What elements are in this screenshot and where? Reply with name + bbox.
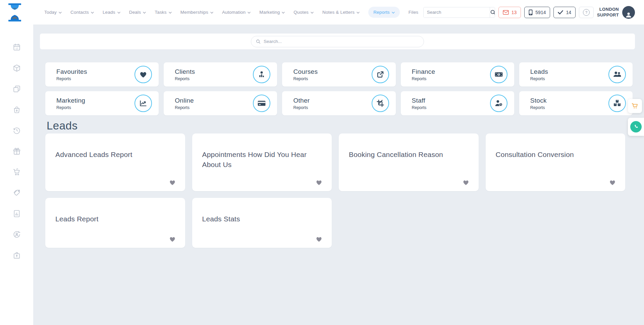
- crop-icon: [372, 95, 389, 112]
- chevron-down-icon: [117, 12, 120, 14]
- nav-label: Files: [409, 10, 419, 15]
- report-card-title: Appointments How Did You Hear About Us: [202, 150, 312, 170]
- box-icon: [12, 64, 21, 72]
- category-tile-favourites[interactable]: Favourites Reports: [45, 62, 159, 87]
- nav-item-contacts[interactable]: Contacts: [70, 10, 94, 15]
- report-card-leads-report[interactable]: Leads Report: [45, 198, 185, 248]
- chevron-down-icon: [91, 12, 94, 14]
- report-document-icon: [12, 209, 21, 218]
- nav-item-files[interactable]: Files: [409, 10, 419, 15]
- nav-label: Quotes: [293, 10, 309, 15]
- whatsapp-chat-button[interactable]: [628, 118, 644, 136]
- category-tile-courses[interactable]: Courses Reports: [282, 62, 395, 87]
- avatar[interactable]: [622, 6, 635, 19]
- icon-sidebar: 12: [0, 24, 33, 325]
- category-tile-staff[interactable]: Staff Reports: [401, 91, 514, 115]
- category-tile-online[interactable]: Online Reports: [164, 91, 277, 115]
- app-logo-hourglass-icon[interactable]: [7, 3, 22, 22]
- messages-count: 13: [512, 10, 517, 15]
- favourite-heart-icon[interactable]: [169, 179, 176, 186]
- sidebar-item-calendar[interactable]: 12: [12, 43, 21, 52]
- shopping-cart-icon: [12, 168, 21, 176]
- price-tags-icon: [12, 188, 21, 197]
- user-icon: [625, 11, 633, 19]
- mobile-phone-icon: [529, 9, 533, 15]
- nav-label: Reports: [373, 10, 390, 15]
- report-card-booking-cancellation-reason[interactable]: Booking Cancellation Reason: [339, 133, 479, 191]
- report-card-leads-stats[interactable]: Leads Stats: [192, 198, 332, 248]
- nav-item-memberships[interactable]: Memberships: [180, 10, 213, 15]
- locked-case-icon: [12, 251, 21, 260]
- nav-item-marketing[interactable]: Marketing: [259, 10, 285, 15]
- nav-label: Memberships: [180, 10, 208, 15]
- nav-item-automation[interactable]: Automation: [222, 10, 251, 15]
- history-clock-icon: [12, 126, 21, 135]
- section-title: Leads: [47, 119, 77, 132]
- report-card-title: Leads Report: [55, 214, 165, 224]
- favourite-heart-icon[interactable]: [316, 179, 322, 186]
- sidebar-item-cart[interactable]: [12, 168, 21, 176]
- tasks-badge[interactable]: 14: [553, 7, 576, 18]
- category-tile-stock[interactable]: Stock Reports: [519, 91, 633, 115]
- chart-line-up-icon: [135, 95, 152, 112]
- report-card-consultation-conversion[interactable]: Consultation Conversion: [486, 133, 626, 191]
- calendar-icon: 12: [12, 43, 21, 52]
- favourite-heart-icon[interactable]: [169, 236, 176, 242]
- users-icon: [608, 66, 626, 83]
- chevron-down-icon: [210, 12, 213, 14]
- nav-item-quotes[interactable]: Quotes: [293, 10, 314, 15]
- svg-text:$: $: [498, 73, 499, 76]
- report-card-appointments-how-did-you-hear[interactable]: Appointments How Did You Hear About Us: [192, 133, 332, 191]
- chevron-down-icon: [282, 12, 285, 14]
- favourite-heart-icon[interactable]: [609, 179, 616, 186]
- category-tile-other[interactable]: Other Reports: [282, 91, 395, 115]
- sidebar-item-locker[interactable]: [12, 251, 21, 260]
- nav-label: Contacts: [70, 10, 89, 15]
- category-tile-clients[interactable]: Clients Reports: [164, 62, 277, 87]
- help-button[interactable]: ?: [579, 7, 594, 18]
- nav-label: Deals: [129, 10, 141, 15]
- question-mark-icon: ?: [583, 9, 590, 16]
- nav-item-notes-letters[interactable]: Notes & Letters: [322, 10, 360, 15]
- nav-label: Automation: [222, 10, 246, 15]
- nav-item-deals[interactable]: Deals: [129, 10, 146, 15]
- search-submit-button[interactable]: [490, 7, 495, 17]
- envelope-icon: [503, 10, 509, 15]
- calls-badge[interactable]: 5914: [524, 7, 550, 18]
- report-card-title: Leads Stats: [202, 214, 312, 224]
- sidebar-item-bag[interactable]: [12, 105, 21, 114]
- sidebar-item-tags[interactable]: [12, 188, 21, 197]
- nav-item-reports-active[interactable]: Reports: [368, 7, 400, 18]
- favourite-heart-icon[interactable]: [316, 236, 322, 242]
- main-menu: Today Contacts Leads Deals Tasks Members…: [44, 7, 418, 18]
- chevron-down-icon: [392, 12, 395, 14]
- search-icon: [490, 9, 495, 15]
- messages-badge[interactable]: 13: [498, 7, 521, 18]
- category-tile-leads[interactable]: Leads Reports: [519, 62, 633, 87]
- nav-label: Leads: [103, 10, 115, 15]
- sidebar-item-account[interactable]: [12, 230, 21, 239]
- topbar-search-input[interactable]: [424, 7, 490, 17]
- sidebar-item-products[interactable]: [12, 64, 21, 72]
- nav-label: Notes & Letters: [322, 10, 355, 15]
- nav-item-today[interactable]: Today: [44, 10, 62, 15]
- report-card-advanced-leads-report[interactable]: Advanced Leads Report: [45, 133, 185, 191]
- cart-widget-button[interactable]: [628, 99, 642, 113]
- category-tile-finance[interactable]: Finance Reports $: [401, 62, 514, 87]
- category-tile-marketing[interactable]: Marketing Reports: [45, 91, 159, 115]
- reports-search: [251, 36, 424, 47]
- copy-icon: [12, 85, 21, 93]
- sidebar-item-reports[interactable]: [12, 209, 21, 218]
- user-name-line2: SUPPORT: [597, 12, 619, 18]
- sidebar-item-gift[interactable]: [12, 147, 21, 156]
- banknote-icon: $: [490, 66, 507, 83]
- favourite-heart-icon[interactable]: [463, 179, 469, 186]
- sidebar-item-history[interactable]: [12, 126, 21, 135]
- sidebar-item-duplicate[interactable]: [12, 85, 21, 93]
- account-sync-icon: [12, 230, 21, 239]
- nav-item-tasks[interactable]: Tasks: [155, 10, 172, 15]
- topbar-right-group: 13 5914 14 ? LONDON SUPPORT: [423, 6, 635, 19]
- nav-item-leads[interactable]: Leads: [103, 10, 120, 15]
- shopping-bag-icon: [12, 105, 21, 114]
- reports-search-input[interactable]: [264, 39, 419, 44]
